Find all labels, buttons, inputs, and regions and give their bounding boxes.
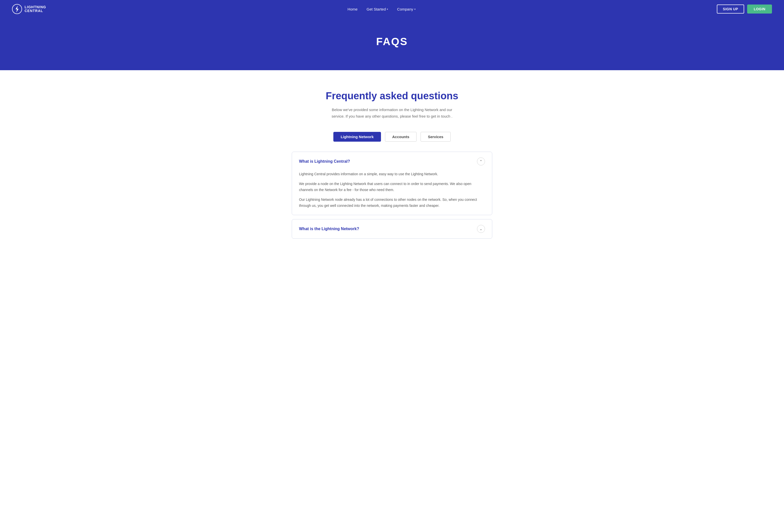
navbar-actions: SIGN UP LOGIN bbox=[717, 4, 772, 13]
faq-toggle-1[interactable]: ⌃ bbox=[477, 158, 485, 165]
tab-lightning-network[interactable]: Lightning Network bbox=[333, 132, 381, 142]
logo-link[interactable]: LIGHTNING CENTRAL bbox=[12, 4, 46, 14]
svg-marker-1 bbox=[16, 5, 19, 12]
logo-top-text: LIGHTNING bbox=[25, 5, 46, 9]
nav-item-get-started[interactable]: Get Started ▾ bbox=[367, 7, 388, 11]
chevron-down-icon: ▾ bbox=[414, 8, 416, 10]
chevron-down-icon: ⌄ bbox=[479, 227, 482, 231]
logo-bottom-text: CENTRAL bbox=[25, 9, 46, 13]
faq-item-1: What is Lightning Central? ⌃ Lightning C… bbox=[292, 152, 492, 215]
faq-answer-text-1-2: Our Lightning Network node already has a… bbox=[299, 197, 485, 209]
logo-text: LIGHTNING CENTRAL bbox=[25, 5, 46, 13]
chevron-down-icon: ▾ bbox=[387, 8, 388, 10]
hero-title: FAQS bbox=[5, 36, 779, 48]
faq-section: Frequently asked questions Below we've p… bbox=[0, 70, 784, 258]
faq-question-2[interactable]: What is the Lightning Network? ⌄ bbox=[292, 219, 492, 239]
login-button[interactable]: LOGIN bbox=[747, 4, 772, 13]
lightning-bolt-logo-icon bbox=[12, 4, 22, 14]
faq-item-2: What is the Lightning Network? ⌄ bbox=[292, 219, 492, 239]
nav-link-company[interactable]: Company ▾ bbox=[397, 7, 415, 11]
faq-question-text-2: What is the Lightning Network? bbox=[299, 227, 359, 231]
tab-accounts[interactable]: Accounts bbox=[385, 132, 417, 142]
faq-question-text-1: What is Lightning Central? bbox=[299, 159, 350, 164]
tab-buttons: Lightning Network Accounts Services bbox=[5, 132, 779, 142]
hero-section: FAQS bbox=[0, 18, 784, 70]
nav-link-home[interactable]: Home bbox=[347, 7, 358, 11]
faq-answer-text-1-0: Lightning Central provides information o… bbox=[299, 171, 485, 177]
faq-header: Frequently asked questions Below we've p… bbox=[5, 90, 779, 119]
chevron-up-icon: ⌃ bbox=[479, 160, 482, 164]
nav-link-get-started[interactable]: Get Started ▾ bbox=[367, 7, 388, 11]
nav-menu: Home Get Started ▾ Company ▾ bbox=[347, 7, 416, 11]
faq-answer-1: Lightning Central provides information o… bbox=[292, 171, 492, 215]
faq-answer-text-1-1: We provide a node on the Lighting Networ… bbox=[299, 181, 485, 193]
faq-subtext: Below we've provided some information on… bbox=[329, 107, 455, 119]
faq-heading: Frequently asked questions bbox=[5, 90, 779, 102]
navbar: LIGHTNING CENTRAL Home Get Started ▾ Com… bbox=[0, 0, 784, 18]
faq-toggle-2[interactable]: ⌄ bbox=[477, 225, 485, 233]
nav-item-company[interactable]: Company ▾ bbox=[397, 7, 415, 11]
tab-services[interactable]: Services bbox=[421, 132, 451, 142]
faq-question-1[interactable]: What is Lightning Central? ⌃ bbox=[292, 152, 492, 171]
faq-list: What is Lightning Central? ⌃ Lightning C… bbox=[292, 152, 492, 239]
signup-button[interactable]: SIGN UP bbox=[717, 4, 744, 13]
nav-item-home[interactable]: Home bbox=[347, 7, 358, 11]
